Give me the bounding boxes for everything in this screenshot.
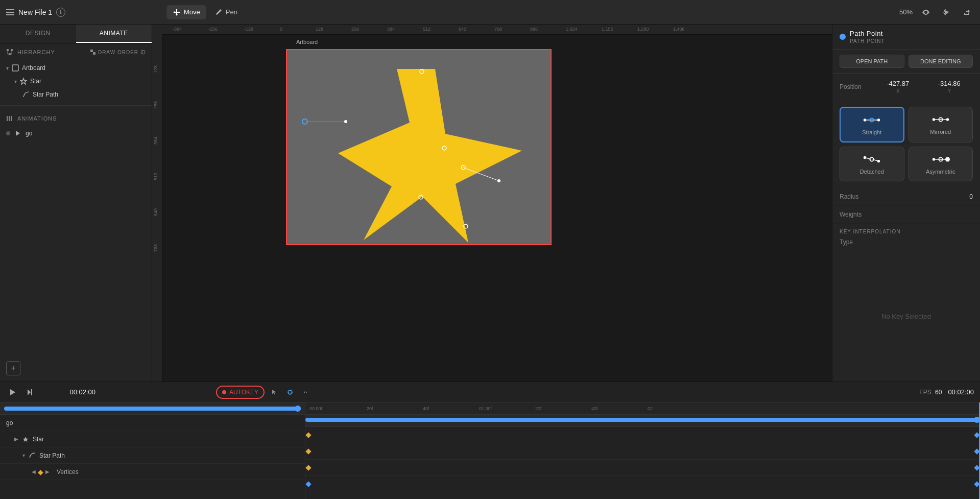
- straight-button[interactable]: Straight: [840, 107, 904, 142]
- svg-rect-47: [31, 389, 32, 395]
- star-group-icon: [20, 78, 27, 85]
- pen-tool[interactable]: Pen: [208, 5, 244, 19]
- tl-scrubber-right[interactable]: [305, 415, 980, 427]
- weights-label: Weights: [840, 211, 973, 218]
- go-track[interactable]: [305, 427, 980, 443]
- zoom-level[interactable]: 50%: [899, 8, 913, 16]
- y-axis-label: Y: [947, 88, 951, 94]
- ruler-tick-v-768: 768: [153, 244, 158, 252]
- detached-button[interactable]: Detached: [840, 147, 904, 181]
- ruler-tick-1152: 1,152: [602, 27, 613, 32]
- path-point-dot: [840, 34, 846, 40]
- tl-tracks: 00:00f 20f 40f 01:00f 20f 40f 02: [305, 402, 980, 499]
- hierarchy-starpath[interactable]: Star Path: [0, 88, 152, 101]
- no-key-selected: No Key Selected: [832, 251, 980, 382]
- hierarchy-title: HIERARCHY: [17, 49, 55, 55]
- tl-row-vertices: ◀ ◆ ▶ Vertices: [0, 464, 305, 480]
- vertices-keyframe-right[interactable]: [974, 481, 979, 487]
- animations-icon: [6, 115, 13, 122]
- ruler-tick-0: 0: [280, 27, 282, 32]
- end-time[interactable]: 00:02:00: [948, 388, 974, 396]
- ruler-tick-neg384: -384: [173, 27, 182, 32]
- right-panel: Path Point PATH POINT OPEN PATH DONE EDI…: [832, 25, 980, 382]
- move-tool[interactable]: Move: [166, 5, 206, 19]
- ruler-tick-640: 640: [459, 27, 466, 32]
- tick-20: 20f: [367, 406, 373, 411]
- scrubber-row[interactable]: [0, 402, 305, 415]
- star-track[interactable]: [305, 443, 980, 459]
- ruler-tick-256: 256: [351, 27, 359, 32]
- star-label-item: Star: [30, 78, 41, 85]
- ruler-tick-512: 512: [423, 27, 431, 32]
- tl-row-star: ▶ Star: [0, 431, 305, 447]
- scrubber-head[interactable]: [974, 417, 980, 423]
- hierarchy-star[interactable]: ▾ Star: [0, 75, 152, 88]
- go-keyframe-left[interactable]: [305, 432, 311, 438]
- tl-label-go: go: [0, 415, 305, 431]
- svg-point-30: [877, 118, 880, 121]
- eye-icon[interactable]: [919, 5, 933, 19]
- share-icon[interactable]: [960, 5, 974, 19]
- starpath-keyframe-right[interactable]: [974, 465, 979, 470]
- tab-animate[interactable]: ANIMATE: [76, 25, 152, 43]
- tick-0: 00:00f: [309, 406, 322, 411]
- fps-value[interactable]: 60: [935, 389, 942, 396]
- ruler-tick-128: 128: [316, 27, 323, 32]
- starpath-chevron[interactable]: ▾: [22, 453, 25, 458]
- tick-100: 01:00f: [479, 406, 492, 411]
- mirrored-button[interactable]: Mirrored: [909, 107, 973, 142]
- diamond-icon[interactable]: ◆: [38, 468, 43, 476]
- go-keyframe-right[interactable]: [974, 432, 979, 438]
- link-tool[interactable]: [299, 386, 312, 398]
- svg-rect-7: [90, 50, 93, 52]
- open-path-button[interactable]: OPEN PATH: [840, 55, 904, 68]
- weights-row: Weights: [832, 206, 980, 224]
- skip-button[interactable]: [23, 386, 37, 399]
- star-keyframe-right[interactable]: [974, 448, 979, 454]
- current-time[interactable]: 00:02:00: [41, 388, 124, 396]
- artboard-canvas-label: Artboard: [296, 39, 318, 45]
- starpath-keyframe-left[interactable]: [305, 465, 311, 470]
- star-svg: [287, 50, 553, 246]
- autokey-button[interactable]: AUTOKEY: [216, 386, 265, 399]
- tl-controls-right: [269, 386, 312, 398]
- settings-icon[interactable]: [939, 5, 953, 19]
- svg-marker-48: [272, 390, 276, 395]
- cursor-tool[interactable]: [269, 386, 281, 398]
- asymmetric-label: Asymmetric: [926, 169, 955, 175]
- star-chevron[interactable]: ▶: [14, 436, 18, 442]
- next-key-arrow[interactable]: ▶: [44, 468, 51, 476]
- radius-value[interactable]: 0: [969, 193, 973, 200]
- vertices-keyframe-left[interactable]: [305, 481, 311, 487]
- hierarchy-artboard[interactable]: ▾ Artboard: [0, 61, 152, 75]
- y-field[interactable]: -314.86 Y: [926, 80, 973, 94]
- x-field[interactable]: -427.87 X: [874, 80, 922, 94]
- chevron-down-icon: ▾: [6, 65, 9, 71]
- canvas-viewport[interactable]: Artboard: [162, 35, 832, 382]
- starpath-track[interactable]: [305, 460, 980, 476]
- done-editing-button[interactable]: DONE EDITING: [909, 55, 973, 68]
- keyframe-tool[interactable]: [284, 386, 296, 398]
- play-button[interactable]: [6, 386, 19, 399]
- tick-140: 40f: [591, 406, 598, 411]
- ruler-tick-v-640: 640: [153, 208, 158, 216]
- tab-design[interactable]: DESIGN: [0, 25, 76, 43]
- menu-icon[interactable]: [6, 9, 14, 15]
- ruler-h-inner: -384 -256 -128 0 128 256 384 512 640 768…: [162, 25, 832, 34]
- animation-go[interactable]: go: [0, 127, 152, 139]
- info-icon[interactable]: ℹ: [56, 8, 65, 17]
- vertices-nav[interactable]: ◀ ◆ ▶: [31, 468, 51, 476]
- scrubber-bar: [305, 418, 980, 422]
- add-animation-button[interactable]: +: [6, 361, 20, 375]
- ruler-tick-v-256: 256: [153, 101, 158, 109]
- straight-icon: [863, 114, 881, 126]
- asymmetric-button[interactable]: Asymmetric: [909, 147, 973, 181]
- artboard-label-item: Artboard: [22, 64, 45, 72]
- star-keyframe-left[interactable]: [305, 448, 311, 454]
- prev-key-arrow[interactable]: ◀: [31, 468, 37, 476]
- scrubber-track[interactable]: [4, 407, 301, 411]
- play-icon[interactable]: [14, 130, 21, 137]
- svg-marker-46: [28, 389, 31, 395]
- vertices-track[interactable]: [305, 476, 980, 492]
- scrubber-handle[interactable]: [295, 406, 301, 412]
